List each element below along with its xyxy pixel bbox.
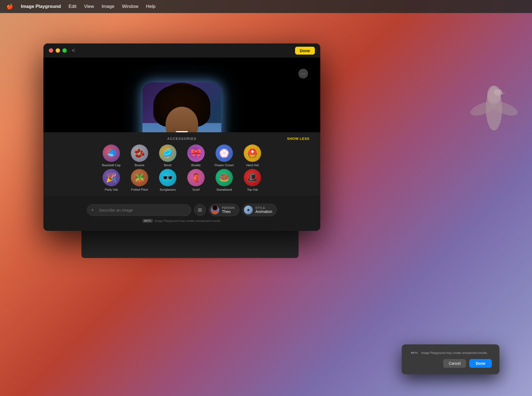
accessory-party-hat[interactable]: 🎉 Party Hat [100, 169, 122, 191]
dialog-buttons: Cancel Done [409, 359, 492, 368]
potted-plant-label: Potted Plant [131, 188, 148, 191]
menubar: 🍎 Image Playground Edit View Image Windo… [0, 0, 532, 13]
maximize-button[interactable] [62, 48, 67, 53]
sunglasses-label: Sunglasses [160, 188, 176, 191]
top-hat-label: Top Hat [247, 188, 258, 191]
bowtie-icon: 🎀 [187, 144, 205, 162]
beanie-icon: 🫘 [131, 144, 148, 162]
person-name: Theo [222, 209, 235, 214]
sweatband-label: Sweatband [216, 188, 232, 191]
beanie-label: Beanie [135, 164, 144, 167]
confirmation-dialog: BETA Image Playground may create unexpec… [402, 344, 499, 374]
person-info: PERSON Theo [222, 206, 235, 214]
menubar-window[interactable]: Window [122, 4, 138, 9]
person-chip[interactable]: PERSON Theo [209, 204, 239, 216]
party-hat-icon: 🎉 [103, 169, 120, 186]
bowtie-label: Bowtie [191, 164, 201, 167]
accessory-flower-crown[interactable]: 💮 Flower Crown [213, 144, 235, 167]
hard-hat-icon: ⛑️ [244, 144, 261, 162]
baseball-cap-icon: 🧢 [103, 144, 120, 162]
accessories-grid: 🧢 Baseball Cap 🫘 Beanie 🥏 Beret 🎀 Bowtie… [54, 144, 309, 191]
accessory-sunglasses[interactable]: 🕶️ Sunglasses [157, 169, 179, 191]
sweatband-icon: 🍩 [216, 169, 233, 186]
image-upload-button[interactable]: ⊞ [194, 204, 206, 216]
more-options-button[interactable]: ··· [298, 69, 308, 78]
hard-hat-label: Hard Hat [246, 164, 259, 167]
accessory-scarf[interactable]: 🧣 Scarf [185, 169, 207, 191]
bottom-bar: ✦ ⊞ PERSON Theo [43, 196, 320, 231]
show-less-button[interactable]: SHOW LESS [287, 137, 309, 141]
dialog-beta-badge: BETA [409, 351, 420, 355]
accessory-potted-plant[interactable]: 🪴 Potted Plant [129, 169, 150, 191]
image-upload-icon: ⊞ [198, 207, 202, 213]
close-button[interactable] [49, 48, 53, 53]
search-input-wrapper: ✦ [87, 204, 191, 216]
accessories-row-1: 🧢 Baseball Cap 🫘 Beanie 🥏 Beret 🎀 Bowtie… [100, 144, 263, 167]
flower-crown-label: Flower Crown [215, 164, 234, 167]
style-info: STYLE Animation [255, 206, 272, 214]
scarf-icon: 🧣 [187, 169, 205, 186]
style-label: STYLE [255, 206, 272, 209]
accessory-baseball-cap[interactable]: 🧢 Baseball Cap [100, 144, 122, 167]
flower-crown-icon: 💮 [216, 144, 233, 162]
top-hat-icon: 🎩 [244, 169, 261, 186]
sunglasses-icon: 🕶️ [159, 169, 176, 186]
beta-text: Image Playground may create unexpected r… [154, 219, 221, 222]
style-icon: ✦ [244, 206, 253, 214]
party-hat-label: Party Hat [105, 188, 118, 191]
menubar-view[interactable]: View [84, 4, 94, 9]
menubar-edit[interactable]: Edit [68, 4, 76, 9]
dialog-beta-text: Image Playground may create unexpected r… [421, 351, 488, 354]
accessory-top-hat[interactable]: 🎩 Top Hat [242, 169, 263, 191]
apple-menu-icon[interactable]: 🍎 [7, 3, 13, 10]
beret-icon: 🥏 [159, 144, 176, 162]
menubar-help[interactable]: Help [146, 4, 156, 9]
baseball-cap-label: Baseball Cap [102, 164, 121, 167]
person-avatar [211, 206, 219, 214]
done-button[interactable]: Done [295, 47, 315, 55]
style-chip[interactable]: ✦ STYLE Animation [242, 204, 277, 216]
accessory-bowtie[interactable]: 🎀 Bowtie [185, 144, 207, 167]
dialog-done-button[interactable]: Done [469, 359, 492, 368]
back-button[interactable]: < [72, 47, 75, 54]
accessory-beanie[interactable]: 🫘 Beanie [129, 144, 150, 167]
accessories-header: ACCESSORIES SHOW LESS [54, 137, 309, 141]
beta-badge: BETA [142, 219, 153, 223]
accessories-section: ACCESSORIES SHOW LESS 🧢 Baseball Cap 🫘 B… [43, 132, 320, 196]
person-label: PERSON [222, 206, 235, 209]
accessory-sweatband[interactable]: 🍩 Sweatband [213, 169, 235, 191]
potted-plant-icon: 🪴 [131, 169, 148, 186]
menubar-app-name[interactable]: Image Playground [21, 4, 61, 9]
search-icon: ✦ [91, 208, 94, 213]
menubar-image[interactable]: Image [102, 4, 114, 9]
accessory-hard-hat[interactable]: ⛑️ Hard Hat [242, 144, 263, 167]
accessories-title: ACCESSORIES [167, 137, 197, 141]
dialog-cancel-button[interactable]: Cancel [443, 359, 466, 368]
bird-decoration [467, 54, 521, 163]
style-name: Animation [255, 209, 272, 214]
traffic-lights [49, 48, 67, 53]
dialog-beta-bar: BETA Image Playground may create unexpec… [409, 351, 492, 355]
scarf-label: Scarf [192, 188, 200, 191]
minimize-button[interactable] [56, 48, 60, 53]
title-bar: < Done [43, 43, 320, 58]
accessory-beret[interactable]: 🥏 Beret [157, 144, 179, 167]
accessories-row-2: 🎉 Party Hat 🪴 Potted Plant 🕶️ Sunglasses… [100, 169, 263, 191]
input-row: ✦ ⊞ PERSON Theo [87, 204, 277, 216]
beret-label: Beret [164, 164, 172, 167]
beta-bar: BETA Image Playground may create unexpec… [142, 219, 221, 223]
svg-point-6 [212, 211, 218, 214]
describe-image-input[interactable] [87, 204, 191, 216]
app-window: < Done ··· [43, 43, 320, 231]
